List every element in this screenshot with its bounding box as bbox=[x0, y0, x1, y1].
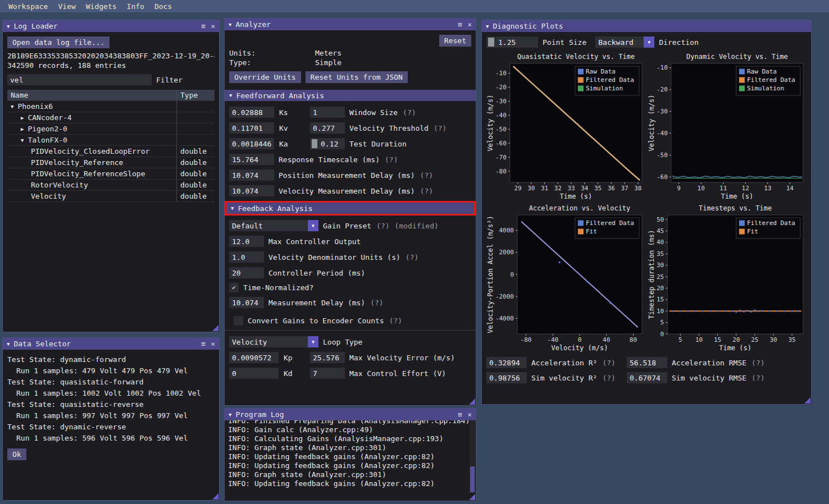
window-menu-icon[interactable]: ≡ bbox=[458, 410, 462, 419]
chart-timesteps[interactable]: Filtered DataFit510152025303505101520253… bbox=[648, 204, 807, 353]
feedback-header[interactable]: ▼ Feedback Analysis bbox=[226, 203, 474, 214]
svg-text:80: 80 bbox=[630, 336, 637, 343]
resize-grip[interactable] bbox=[212, 325, 218, 331]
max-output-label: Max Controller Output bbox=[268, 237, 361, 246]
measurement-delay-field[interactable]: 10.074 bbox=[229, 297, 264, 308]
close-icon[interactable]: × bbox=[211, 340, 215, 348]
name-column-header[interactable]: Name bbox=[7, 91, 176, 99]
combo-arrow-icon[interactable]: ▼ bbox=[308, 336, 318, 347]
close-icon[interactable]: × bbox=[467, 410, 472, 419]
help-icon: (?) bbox=[602, 374, 615, 382]
table-row[interactable]: PIDVelocity_ClosedLoopErrordouble bbox=[7, 146, 215, 157]
menu-item-widgets[interactable]: Widgets bbox=[81, 1, 122, 12]
table-row[interactable]: RotorVelocitydouble bbox=[7, 180, 215, 191]
tree-collapsed-icon[interactable]: ▶ bbox=[21, 115, 24, 121]
scrollbar-thumb[interactable] bbox=[470, 466, 475, 492]
table-row[interactable]: Velocitydouble bbox=[7, 191, 215, 202]
time-normalized-checkbox[interactable]: ✔ bbox=[229, 283, 239, 292]
tree-collapsed-icon[interactable]: ▶ bbox=[21, 126, 24, 132]
slider-handle[interactable] bbox=[488, 38, 494, 47]
response-timescale-field[interactable]: 15.764 bbox=[229, 154, 274, 165]
velocity-delay-field[interactable]: 10.074 bbox=[229, 185, 274, 196]
max-velocity-error-field[interactable]: 25.576 bbox=[310, 352, 345, 363]
data-selector-titlebar[interactable]: ▼ Data Selector ≡ × bbox=[3, 338, 219, 350]
window-menu-icon[interactable]: ≡ bbox=[458, 20, 462, 29]
velocity-denominator-field[interactable]: 1.0 bbox=[229, 251, 264, 263]
table-row[interactable]: PIDVelocity_Referencedouble bbox=[7, 157, 215, 168]
combo-arrow-icon[interactable]: ▼ bbox=[644, 36, 654, 48]
chart-dynamic-velocity[interactable]: Raw DataFiltered DataSimulation910111213… bbox=[648, 52, 807, 201]
test-duration-slider[interactable]: 0.12 bbox=[310, 138, 345, 149]
ks-field[interactable]: 0.02888 bbox=[229, 107, 274, 118]
analyzer-titlebar[interactable]: ▼ Analyzer ≡ × bbox=[225, 19, 476, 30]
close-icon[interactable]: × bbox=[467, 20, 472, 29]
table-row[interactable]: ▶CANcoder-4 bbox=[7, 112, 215, 123]
table-header-row[interactable]: Name Type bbox=[7, 90, 215, 101]
kv-field[interactable]: 0.11701 bbox=[229, 122, 274, 134]
loop-type-combo[interactable]: Velocity bbox=[229, 336, 308, 347]
collapse-icon[interactable]: ▼ bbox=[229, 22, 231, 28]
reset-units-button[interactable]: Reset Units from JSON bbox=[306, 71, 408, 83]
tree-expanded-icon[interactable]: ▼ bbox=[21, 138, 24, 143]
table-row[interactable]: ▼TalonFX-0 bbox=[7, 135, 215, 146]
resize-grip[interactable] bbox=[469, 398, 475, 405]
convert-gains-checkbox[interactable] bbox=[234, 316, 243, 326]
feedforward-header[interactable]: ▼ Feedforward Analysis bbox=[225, 90, 476, 101]
resize-grip[interactable] bbox=[469, 494, 475, 500]
ok-button[interactable]: Ok bbox=[7, 448, 26, 460]
gain-preset-combo[interactable]: Default bbox=[229, 220, 308, 231]
position-delay-field[interactable]: 10.074 bbox=[229, 169, 274, 181]
acceleration-rmse-field[interactable]: 56.518 bbox=[627, 357, 667, 368]
slider-handle[interactable] bbox=[312, 139, 317, 148]
program-log-titlebar[interactable]: ▼ Program Log ≡ × bbox=[225, 409, 476, 420]
window-menu-icon[interactable]: ≡ bbox=[201, 340, 206, 348]
point-size-slider[interactable]: 1.25 bbox=[486, 36, 538, 48]
sim-velocity-r2-field[interactable]: 0.98756 bbox=[486, 372, 527, 383]
override-units-button[interactable]: Override Units bbox=[229, 71, 301, 83]
kd-field[interactable]: 0 bbox=[229, 368, 279, 379]
svg-text:-40: -40 bbox=[495, 112, 507, 119]
log-loader-titlebar[interactable]: ▼ Log Loader ≡ × bbox=[3, 20, 219, 32]
window-title: Diagnostic Plots bbox=[493, 22, 807, 30]
svg-text:30: 30 bbox=[657, 262, 664, 269]
resize-grip[interactable] bbox=[804, 397, 810, 404]
type-column-header[interactable]: Type bbox=[176, 90, 215, 100]
diagnostic-plots-titlebar[interactable]: ▼ Diagnostic Plots bbox=[482, 20, 811, 32]
svg-text:-80: -80 bbox=[521, 336, 532, 343]
collapse-icon[interactable]: ▼ bbox=[7, 341, 10, 347]
menu-item-workspace[interactable]: Workspace bbox=[3, 1, 53, 12]
table-row[interactable]: PIDVelocity_ReferenceSlopedouble bbox=[7, 168, 215, 180]
combo-arrow-icon[interactable]: ▼ bbox=[308, 220, 318, 231]
chart-quasistatic-velocity[interactable]: Raw DataFiltered DataSimulation293031323… bbox=[486, 52, 645, 201]
collapse-icon[interactable]: ▼ bbox=[486, 24, 489, 29]
type-value: Simple bbox=[315, 58, 341, 67]
velocity-threshold-field[interactable]: 0.277 bbox=[310, 122, 345, 134]
table-row[interactable]: ▶Pigeon2-0 bbox=[7, 123, 215, 135]
menu-item-docs[interactable]: Docs bbox=[149, 1, 177, 12]
reset-button[interactable]: Reset bbox=[439, 35, 471, 47]
resize-grip[interactable] bbox=[212, 493, 218, 500]
close-icon[interactable]: × bbox=[211, 22, 215, 30]
chart-acceleration-vs-velocity[interactable]: Filtered DataFit-80-4004080-4000-2000020… bbox=[486, 204, 645, 353]
max-control-effort-field[interactable]: 7 bbox=[310, 368, 345, 379]
window-size-field[interactable]: 1 bbox=[310, 107, 345, 118]
menu-item-info[interactable]: Info bbox=[122, 1, 149, 12]
filter-input[interactable] bbox=[7, 74, 152, 85]
ka-field[interactable]: 0.0018446 bbox=[229, 138, 274, 149]
kp-field[interactable]: 0.0090572 bbox=[229, 352, 279, 363]
controller-period-field[interactable]: 20 bbox=[229, 267, 264, 278]
max-output-field[interactable]: 12.0 bbox=[229, 236, 264, 247]
table-row[interactable]: ▼Phoenix6 bbox=[7, 101, 215, 112]
tree-expanded-icon[interactable]: ▼ bbox=[11, 104, 13, 109]
log-line: INFO: Graph state (Analyzer.cpp:301) bbox=[228, 470, 472, 479]
acceleration-r2-field[interactable]: 0.32894 bbox=[486, 357, 527, 368]
sim-velocity-rmse-field[interactable]: 0.67074 bbox=[627, 372, 667, 383]
scrollbar[interactable] bbox=[470, 421, 475, 493]
menu-item-view[interactable]: View bbox=[53, 1, 80, 12]
collapse-icon[interactable]: ▼ bbox=[229, 412, 231, 418]
collapse-icon[interactable]: ▼ bbox=[7, 24, 10, 29]
open-log-button[interactable]: Open data log file... bbox=[7, 36, 110, 48]
direction-combo[interactable]: Backward bbox=[595, 36, 644, 48]
acceleration-r2-label: Acceleration R² bbox=[531, 359, 597, 367]
window-menu-icon[interactable]: ≡ bbox=[201, 22, 206, 30]
